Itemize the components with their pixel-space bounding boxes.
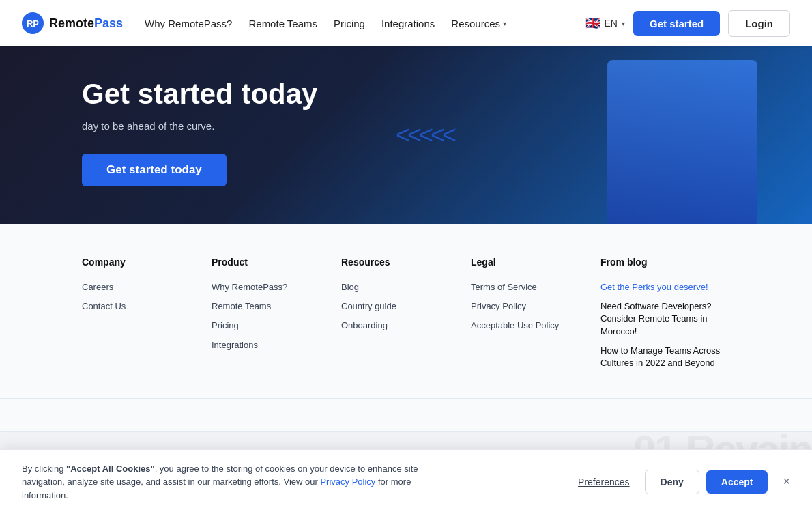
- hero-person-graphic: [607, 60, 757, 224]
- footer-link-privacy[interactable]: Privacy Policy: [471, 300, 600, 313]
- nav-item-integrations[interactable]: Integrations: [381, 18, 435, 29]
- nav-item-resources[interactable]: Resources ▾: [451, 18, 506, 29]
- get-started-button[interactable]: Get started: [633, 11, 720, 36]
- footer-col-product: Product Why RemotePass? Remote Teams Pri…: [212, 257, 341, 376]
- chevron-down-icon: ▾: [503, 20, 506, 27]
- footer-link-terms[interactable]: Terms of Service: [471, 281, 600, 294]
- language-selector[interactable]: 🇬🇧 EN ▾: [585, 16, 625, 31]
- cookie-actions: Preferences Deny Accept ×: [570, 470, 790, 494]
- footer-blog-title: From blog: [600, 257, 730, 268]
- footer-company-title: Company: [82, 257, 212, 268]
- navbar-left: RP RemotePass Why RemotePass? Remote Tea…: [22, 12, 506, 34]
- footer-bottom: [0, 399, 812, 432]
- footer-link-remote-teams[interactable]: Remote Teams: [212, 300, 341, 313]
- logo-text: RemotePass: [49, 16, 123, 31]
- footer-col-resources: Resources Blog Country guide Onboarding: [341, 257, 471, 376]
- footer-product-title: Product: [212, 257, 341, 268]
- footer-link-acceptable-use[interactable]: Acceptable Use Policy: [471, 319, 600, 332]
- footer-link-integrations[interactable]: Integrations: [212, 339, 341, 352]
- nav-item-pricing[interactable]: Pricing: [334, 18, 365, 29]
- flag-icon: 🇬🇧: [585, 16, 600, 31]
- footer-links-section: Company Careers Contact Us Product Why R…: [0, 224, 812, 399]
- hero-content: Get started today day to be ahead of the…: [82, 78, 317, 186]
- footer-link-why[interactable]: Why RemotePass?: [212, 281, 341, 294]
- footer-link-onboarding[interactable]: Onboarding: [341, 319, 471, 332]
- logo-icon: RP: [22, 12, 44, 34]
- footer-link-contact[interactable]: Contact Us: [82, 300, 212, 313]
- footer-col-legal: Legal Terms of Service Privacy Policy Ac…: [471, 257, 600, 376]
- cookie-text-prefix: By clicking: [22, 463, 66, 474]
- footer-col-blog: From blog Get the Perks you deserve! Nee…: [600, 257, 730, 376]
- preferences-button[interactable]: Preferences: [570, 471, 637, 493]
- hero-cta-button[interactable]: Get started today: [82, 154, 227, 186]
- footer-link-pricing[interactable]: Pricing: [212, 319, 341, 332]
- cookie-privacy-link[interactable]: Privacy Policy: [320, 476, 375, 487]
- navbar-right: 🇬🇧 EN ▾ Get started Login: [585, 10, 790, 37]
- footer-link-careers[interactable]: Careers: [82, 281, 212, 294]
- close-icon[interactable]: ×: [783, 474, 790, 489]
- deny-button[interactable]: Deny: [645, 470, 699, 494]
- nav-item-remote-teams[interactable]: Remote Teams: [248, 18, 317, 29]
- hero-arrows-icon: <<<<<: [396, 121, 454, 149]
- chevron-down-icon: ▾: [622, 20, 625, 27]
- navbar: RP RemotePass Why RemotePass? Remote Tea…: [0, 0, 812, 46]
- logo[interactable]: RP RemotePass: [22, 12, 123, 34]
- hero-title: Get started today: [82, 78, 317, 110]
- footer-resources-title: Resources: [341, 257, 471, 268]
- nav-item-why[interactable]: Why RemotePass?: [145, 18, 232, 29]
- cookie-banner: By clicking "Accept All Cookies", you ag…: [0, 449, 812, 515]
- footer-legal-title: Legal: [471, 257, 600, 268]
- footer-link-blog[interactable]: Blog: [341, 281, 471, 294]
- cookie-text: By clicking "Accept All Cookies", you ag…: [22, 462, 445, 502]
- login-button[interactable]: Login: [728, 10, 790, 37]
- footer-blog-link-1[interactable]: Get the Perks you deserve!: [600, 281, 730, 294]
- cookie-accept-all-label: "Accept All Cookies": [66, 463, 155, 474]
- accept-button[interactable]: Accept: [706, 470, 768, 494]
- hero-desc: day to be ahead of the curve.: [82, 118, 317, 134]
- footer-col-company: Company Careers Contact Us: [82, 257, 212, 376]
- hero-image: [607, 46, 757, 224]
- footer-blog-link-3[interactable]: How to Manage Teams Across Cultures in 2…: [600, 345, 730, 369]
- hero-section: Get started today day to be ahead of the…: [0, 46, 812, 224]
- footer-link-country-guide[interactable]: Country guide: [341, 300, 471, 313]
- nav-links: Why RemotePass? Remote Teams Pricing Int…: [145, 18, 506, 29]
- footer-blog-link-2[interactable]: Need Software Developers? Consider Remot…: [600, 300, 730, 338]
